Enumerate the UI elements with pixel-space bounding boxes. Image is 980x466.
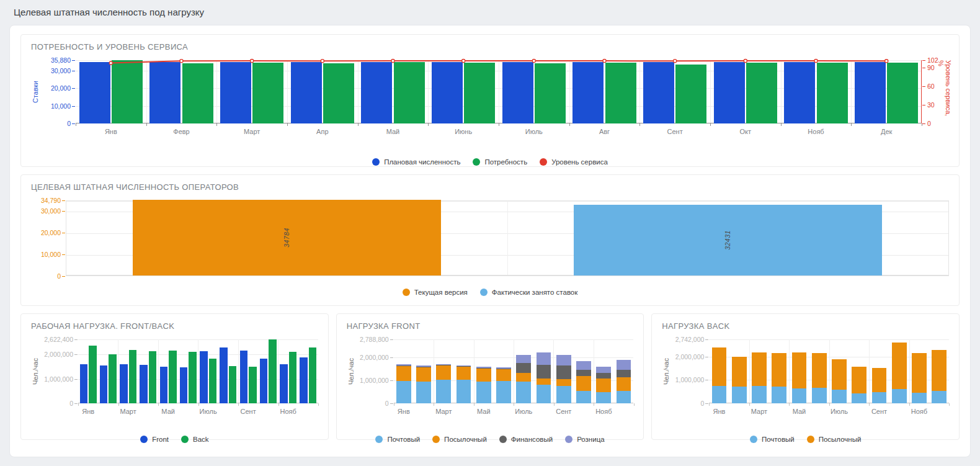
bar-segment[interactable] (537, 365, 551, 379)
bar-segment[interactable] (617, 377, 631, 391)
bar-segment[interactable] (792, 388, 807, 403)
bar-segment[interactable] (852, 393, 866, 403)
bar[interactable] (309, 347, 317, 403)
bar-segment[interactable] (832, 390, 847, 403)
bar-segment[interactable] (596, 379, 611, 392)
bar-segment[interactable] (496, 367, 511, 368)
legend-item[interactable]: Почтовый (750, 436, 795, 443)
legend-item[interactable]: Посылочный (432, 436, 487, 443)
bar[interactable] (140, 365, 148, 403)
bar-segment[interactable] (872, 392, 887, 403)
bar-segment[interactable] (772, 353, 786, 387)
bar-segment[interactable] (912, 353, 927, 393)
line-point[interactable] (251, 60, 254, 63)
bar[interactable] (129, 350, 137, 403)
bar[interactable] (249, 367, 257, 403)
bar[interactable] (100, 365, 108, 403)
legend-item[interactable]: Front (140, 436, 169, 443)
bar-segment[interactable] (476, 368, 491, 369)
bar-segment[interactable] (732, 357, 747, 387)
legend-item[interactable]: Плановая численность (372, 158, 460, 166)
bar-segment[interactable] (516, 373, 531, 382)
bar-segment[interactable] (617, 391, 631, 403)
bar[interactable] (120, 364, 128, 403)
bar-segment[interactable] (537, 352, 551, 365)
legend-item[interactable]: Посылочный (807, 436, 862, 443)
bar-segment[interactable] (476, 382, 491, 403)
bar-segment[interactable] (396, 366, 411, 381)
bar-segment[interactable] (912, 393, 927, 403)
line-point[interactable] (321, 60, 324, 63)
bar-segment[interactable] (436, 364, 451, 365)
line-point[interactable] (814, 60, 817, 63)
bar-segment[interactable] (576, 376, 591, 391)
bar-segment[interactable] (932, 391, 947, 403)
bar[interactable] (149, 351, 157, 403)
bar[interactable] (260, 359, 268, 403)
bar-segment[interactable] (457, 380, 471, 403)
bar-segment[interactable] (516, 363, 531, 373)
bar-segment[interactable] (457, 365, 471, 366)
bar-segment[interactable] (416, 367, 431, 367)
bar[interactable] (109, 354, 117, 403)
bar-segment[interactable] (596, 392, 611, 403)
bar-segment[interactable] (832, 359, 847, 389)
bar[interactable] (80, 364, 88, 403)
bar-segment[interactable] (436, 365, 451, 365)
bar-segment[interactable] (852, 367, 866, 393)
line-point[interactable] (532, 60, 535, 63)
bar-segment[interactable] (496, 369, 511, 369)
bar-segment[interactable] (496, 381, 511, 403)
bar-segment[interactable] (416, 382, 431, 403)
bar-segment[interactable] (812, 353, 827, 388)
bar-segment[interactable] (732, 387, 747, 403)
bar-segment[interactable] (476, 367, 491, 367)
bar-segment[interactable] (396, 381, 411, 403)
bar-segment[interactable] (556, 355, 571, 365)
bar-segment[interactable] (457, 366, 471, 367)
bar[interactable]: 34784 (133, 200, 442, 276)
bar[interactable] (209, 359, 217, 403)
bar-segment[interactable] (436, 380, 451, 403)
bar-segment[interactable] (516, 355, 531, 363)
line-point[interactable] (180, 60, 183, 63)
legend-item[interactable]: Back (181, 436, 209, 443)
line-point[interactable] (744, 60, 747, 63)
bar-segment[interactable] (436, 365, 451, 380)
bar-segment[interactable] (772, 387, 786, 403)
line-point[interactable] (674, 60, 677, 63)
bar-segment[interactable] (892, 389, 907, 403)
legend-item[interactable]: Уровень сервиса (540, 158, 608, 166)
bar-segment[interactable] (812, 388, 827, 403)
bar-segment[interactable] (617, 370, 631, 377)
bar-segment[interactable] (496, 369, 511, 381)
legend-item[interactable]: Текущая версия (403, 289, 468, 296)
bar-segment[interactable] (556, 386, 571, 403)
legend-item[interactable]: Розница (565, 436, 604, 443)
legend-item[interactable]: Финансовый (499, 436, 553, 443)
line-point[interactable] (603, 60, 606, 63)
bar-segment[interactable] (537, 385, 551, 403)
bar-segment[interactable] (556, 365, 571, 379)
bar[interactable] (89, 346, 97, 403)
bar-segment[interactable] (892, 343, 907, 389)
bar-segment[interactable] (416, 367, 431, 382)
bar-segment[interactable] (872, 368, 887, 393)
bar-segment[interactable] (596, 367, 611, 374)
service-level-line[interactable] (76, 60, 922, 123)
bar[interactable] (280, 364, 288, 403)
bar[interactable]: 32431 (574, 205, 883, 276)
bar[interactable] (200, 351, 208, 403)
bar-segment[interactable] (576, 370, 591, 376)
bar[interactable] (189, 352, 197, 403)
bar-segment[interactable] (617, 360, 631, 370)
line-point[interactable] (109, 61, 112, 65)
bar-segment[interactable] (752, 386, 767, 403)
bar-segment[interactable] (752, 352, 767, 386)
legend-item[interactable]: Фактически занято ставок (480, 289, 577, 296)
bar[interactable] (160, 367, 168, 403)
bar-segment[interactable] (712, 347, 727, 386)
line-point[interactable] (885, 60, 888, 63)
bar[interactable] (169, 351, 177, 403)
line-point[interactable] (462, 60, 465, 63)
